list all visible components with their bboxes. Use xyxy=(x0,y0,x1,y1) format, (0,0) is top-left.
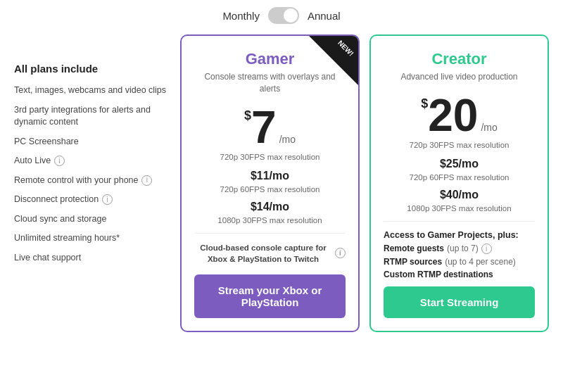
list-item: PC Screenshare xyxy=(14,136,169,148)
feature-text: Auto Live xyxy=(14,155,51,167)
list-item: Cloud sync and storage xyxy=(14,213,169,226)
feature-list: Text, images, webcams and video clips 3r… xyxy=(14,84,169,264)
feature-text: Unlimited streaming hours* xyxy=(14,232,120,245)
creator-cta-button[interactable]: Start Streaming xyxy=(384,286,535,318)
creator-plan-title: Creator xyxy=(384,50,535,68)
creator-tier1-amount: $25/mo xyxy=(384,158,535,170)
creator-price-resolution: 720p 30FPS max resolution xyxy=(384,141,535,149)
creator-tier2-amount: $40/mo xyxy=(384,189,535,201)
creator-extra2-sub: (up to 4 per scene) xyxy=(445,257,516,267)
info-icon[interactable]: i xyxy=(141,175,152,186)
creator-price-per: /mo xyxy=(481,122,497,132)
gamer-cta-button[interactable]: Stream your Xbox or PlayStation xyxy=(194,274,346,318)
creator-extra1-row: Remote guests (up to 7) i xyxy=(384,244,535,254)
creator-extras-section: Access to Gamer Projects, plus: Remote g… xyxy=(384,230,535,279)
list-item: Auto Live i xyxy=(14,155,169,167)
info-icon[interactable]: i xyxy=(481,244,492,254)
feature-text: PC Screenshare xyxy=(14,136,79,148)
feature-text: Remote control with your phone xyxy=(14,175,138,187)
billing-toggle[interactable] xyxy=(268,7,299,24)
creator-extra1-label: Remote guests xyxy=(384,244,444,253)
list-item: Live chat support xyxy=(14,252,169,265)
feature-text: Live chat support xyxy=(14,252,81,265)
gamer-price-main: $ 7 /mo xyxy=(194,105,346,150)
info-icon[interactable]: i xyxy=(335,248,346,258)
feature-text: Cloud sync and storage xyxy=(14,213,106,226)
creator-tier2-res: 1080p 30FPS max resolution xyxy=(384,204,535,213)
new-badge-triangle xyxy=(309,36,358,85)
list-item: Remote control with your phone i xyxy=(14,175,169,187)
gamer-tier1-amount: $11/mo xyxy=(194,170,346,182)
gamer-plan-card: NEW! Gamer Console streams with overlays… xyxy=(180,34,360,332)
creator-extras-header: Access to Gamer Projects, plus: xyxy=(384,230,535,240)
monthly-label: Monthly xyxy=(222,10,260,22)
creator-price-number: 20 xyxy=(428,93,478,138)
list-item: 3rd party integrations for alerts and dy… xyxy=(14,104,169,129)
main-layout: All plans include Text, images, webcams … xyxy=(0,34,563,346)
creator-extra1-sub: (up to 7) xyxy=(447,244,479,253)
gamer-tier2-amount: $14/mo xyxy=(194,201,346,213)
features-column: All plans include Text, images, webcams … xyxy=(14,34,169,271)
gamer-divider xyxy=(194,233,346,234)
feature-text: 3rd party integrations for alerts and dy… xyxy=(14,104,169,129)
list-item: Unlimited streaming hours* xyxy=(14,232,169,245)
gamer-cloud-note: Cloud-based console capture for Xbox & P… xyxy=(194,242,346,265)
feature-text: Text, images, webcams and video clips xyxy=(14,84,166,97)
gamer-price-per: /mo xyxy=(279,134,296,144)
gamer-price-resolution: 720p 30FPS max resolution xyxy=(194,153,346,161)
gamer-price-number: 7 xyxy=(251,105,277,150)
creator-divider xyxy=(384,221,535,222)
feature-text: Disconnect protection xyxy=(14,194,99,206)
creator-plan-card: Creator Advanced live video production $… xyxy=(369,34,549,332)
list-item: Disconnect protection i xyxy=(14,194,169,206)
creator-extra3-label: Custom RTMP destinations xyxy=(384,270,493,279)
creator-tier1-res: 720p 60FPS max resolution xyxy=(384,173,535,182)
creator-extra3-row: Custom RTMP destinations xyxy=(384,270,535,279)
list-item: Text, images, webcams and video clips xyxy=(14,84,169,97)
info-icon[interactable]: i xyxy=(102,194,113,205)
creator-price-main: $ 20 /mo xyxy=(384,93,535,138)
gamer-dollar-sign: $ xyxy=(244,109,251,122)
creator-extra2-label: RTMP sources xyxy=(384,257,442,267)
plans-area: NEW! Gamer Console streams with overlays… xyxy=(180,34,549,332)
billing-toggle-bar: Monthly Annual xyxy=(0,0,563,34)
info-icon[interactable]: i xyxy=(54,156,65,166)
creator-extra2-row: RTMP sources (up to 4 per scene) xyxy=(384,257,535,267)
gamer-tier2-res: 1080p 30FPS max resolution xyxy=(194,216,346,225)
creator-plan-subtitle: Advanced live video production xyxy=(384,71,535,83)
features-heading: All plans include xyxy=(14,63,169,75)
creator-dollar-sign: $ xyxy=(421,97,428,110)
gamer-tier1-res: 720p 60FPS max resolution xyxy=(194,185,346,194)
annual-label: Annual xyxy=(308,10,341,22)
